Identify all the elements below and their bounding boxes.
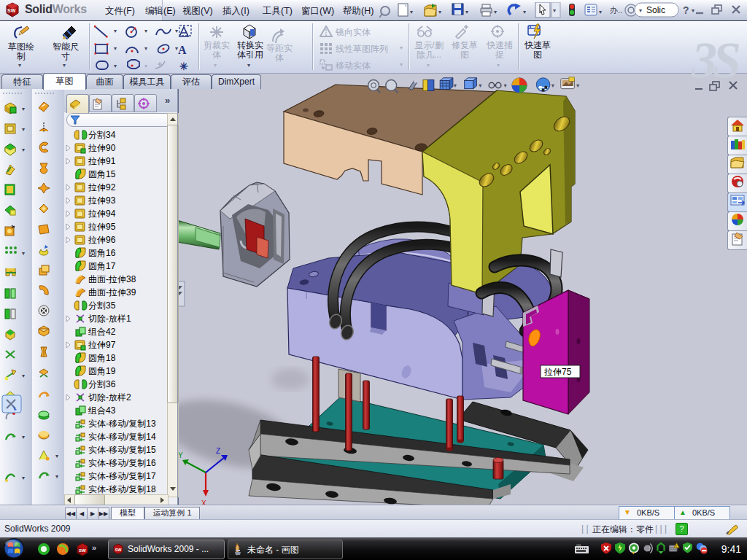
svg-text:▾: ▾ (494, 9, 497, 15)
svg-text:拉伸94: 拉伸94 (88, 209, 116, 219)
svg-text:组合43: 组合43 (88, 405, 116, 416)
svg-text:CH: CH (576, 544, 581, 547)
svg-text:Z: Z (216, 447, 220, 455)
svg-text:实体-移动/复制18: 实体-移动/复制18 (88, 484, 156, 494)
svg-text:▾: ▾ (639, 7, 642, 14)
svg-text:曲面-拉伸39: 曲面-拉伸39 (88, 287, 136, 298)
svg-text:分割34: 分割34 (88, 130, 116, 140)
svg-text:圆角19: 圆角19 (88, 366, 116, 376)
svg-text:SW: SW (115, 548, 123, 552)
svg-text:»: » (92, 543, 96, 552)
svg-text:曲面-拉伸38: 曲面-拉伸38 (88, 274, 136, 284)
svg-text:圆角17: 圆角17 (88, 261, 116, 271)
svg-text:A: A (178, 44, 187, 56)
svg-text:▾: ▾ (22, 106, 25, 112)
svg-text:SW: SW (7, 8, 16, 13)
svg-text:X: X (201, 499, 206, 505)
svg-text:办..: 办.. (610, 6, 622, 15)
svg-text:▾: ▾ (22, 475, 25, 481)
svg-text:切除-放样1: 切除-放样1 (88, 314, 131, 324)
svg-text:拉伸92: 拉伸92 (88, 182, 116, 192)
svg-text:拉伸90: 拉伸90 (88, 143, 116, 153)
svg-text:▾: ▾ (410, 9, 413, 15)
svg-text:?: ? (683, 4, 689, 16)
svg-text:▾: ▾ (55, 453, 58, 459)
svg-text:切除-放样2: 切除-放样2 (88, 392, 131, 402)
svg-text:拉伸96: 拉伸96 (88, 235, 116, 245)
svg-text:圆角15: 圆角15 (88, 169, 116, 179)
svg-text:Solic: Solic (646, 5, 665, 15)
svg-text:▾: ▾ (22, 126, 25, 133)
svg-text:分割35: 分割35 (88, 300, 116, 311)
svg-text:▾: ▾ (55, 473, 58, 480)
svg-text:▾: ▾ (523, 9, 526, 15)
svg-text:▾: ▾ (22, 434, 25, 440)
svg-text:圆角18: 圆角18 (88, 353, 116, 363)
svg-text:实体-移动/复制15: 实体-移动/复制15 (88, 445, 156, 455)
svg-text:拉伸91: 拉伸91 (88, 156, 116, 166)
svg-text:▾: ▾ (22, 250, 25, 257)
svg-text:实体-移动/复制17: 实体-移动/复制17 (88, 471, 156, 481)
svg-text:组合42: 组合42 (88, 327, 116, 337)
svg-text:▾: ▾ (22, 373, 25, 379)
svg-text:拉伸97: 拉伸97 (88, 340, 116, 350)
svg-text:实体-移动/复制16: 实体-移动/复制16 (88, 458, 156, 468)
svg-text:▾: ▾ (599, 9, 602, 15)
svg-text:▾: ▾ (438, 9, 441, 15)
svg-text:实体-移动/复制13: 实体-移动/复制13 (88, 419, 156, 429)
svg-text:▾: ▾ (465, 9, 468, 15)
svg-text:分割36: 分割36 (88, 379, 116, 389)
svg-text:▾: ▾ (553, 7, 556, 14)
svg-text:拉伸95: 拉伸95 (88, 222, 116, 232)
svg-text:实体-移动/复制14: 实体-移动/复制14 (88, 432, 156, 442)
svg-text:拉伸75: 拉伸75 (543, 367, 572, 377)
svg-text:拉伸93: 拉伸93 (88, 195, 116, 206)
svg-text:▾: ▾ (22, 147, 25, 153)
svg-text:Y: Y (178, 451, 183, 459)
svg-text:✳: ✳ (179, 61, 188, 72)
svg-text:SW: SW (79, 548, 86, 553)
svg-text:圆角16: 圆角16 (88, 248, 116, 258)
